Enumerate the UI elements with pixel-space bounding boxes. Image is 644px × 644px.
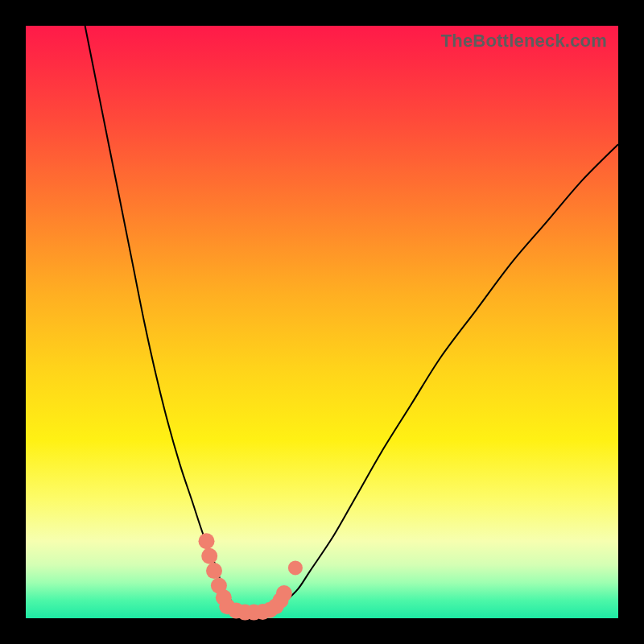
left-curve-path [85, 26, 239, 609]
line-series-group [85, 26, 618, 609]
chart-svg [26, 26, 618, 618]
data-marker [199, 533, 215, 549]
plot-area: TheBottleneck.com [26, 26, 618, 618]
data-marker [288, 560, 303, 575]
marker-group [199, 533, 303, 620]
data-marker [206, 563, 222, 579]
data-marker [276, 585, 292, 601]
data-marker [201, 548, 217, 564]
chart-frame: TheBottleneck.com [0, 0, 644, 644]
right-curve-path [275, 144, 618, 609]
